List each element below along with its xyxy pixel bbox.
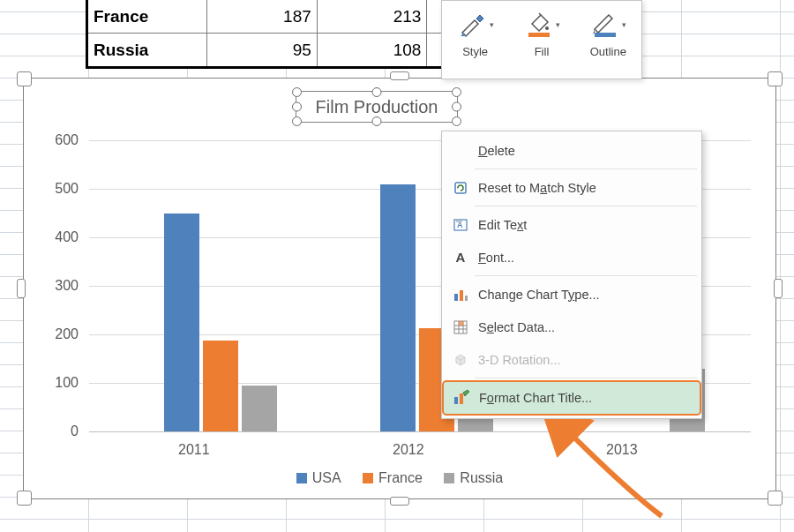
resize-handle[interactable]	[768, 71, 783, 86]
y-tick: 100	[55, 375, 79, 391]
legend-item-usa[interactable]: USA	[296, 470, 341, 486]
y-axis: 0 100 200 300 400 500 600	[45, 140, 86, 431]
cell-2012[interactable]: 108	[318, 34, 428, 66]
svg-point-0	[545, 26, 549, 30]
selection-handle[interactable]	[372, 116, 382, 126]
x-tick-label: 2011	[178, 442, 210, 458]
svg-rect-7	[454, 294, 458, 301]
style-button[interactable]: ▾ Style	[446, 6, 505, 58]
outline-label: Outline	[590, 45, 626, 58]
svg-rect-3	[455, 183, 466, 193]
resize-handle[interactable]	[768, 491, 783, 506]
menu-3d-rotation: 3-D Rotation...	[443, 343, 700, 376]
format-pane-icon	[447, 389, 476, 407]
menu-reset-match-style[interactable]: Reset to Match Style	[443, 171, 700, 204]
menu-delete[interactable]: Delete	[443, 134, 700, 167]
selection-handle[interactable]	[292, 102, 302, 112]
x-tick-label: 2013	[606, 442, 638, 458]
svg-rect-2	[595, 33, 616, 37]
bar-usa-2011[interactable]	[164, 214, 199, 432]
svg-rect-1	[528, 33, 550, 37]
chart-title[interactable]: Film Production	[296, 91, 458, 123]
paintbrush-icon: ▾	[457, 6, 494, 43]
font-letter-icon: A	[446, 250, 475, 265]
y-tick: 200	[55, 326, 79, 342]
resize-handle[interactable]	[17, 71, 32, 86]
bar-russia-2011[interactable]	[242, 386, 277, 431]
menu-change-chart-type[interactable]: Change Chart Type...	[443, 278, 700, 311]
selection-handle[interactable]	[292, 116, 302, 126]
cell-2011[interactable]: 187	[207, 0, 318, 33]
menu-font[interactable]: A Font...	[443, 241, 700, 273]
svg-rect-9	[465, 296, 468, 301]
selection-handle[interactable]	[292, 87, 302, 97]
y-tick: 600	[55, 132, 79, 148]
chart-title-text: Film Production	[316, 97, 438, 117]
y-tick: 300	[55, 278, 79, 294]
fill-label: Fill	[535, 45, 550, 58]
bar-france-2011[interactable]	[203, 341, 238, 431]
svg-rect-16	[454, 397, 458, 404]
selection-handle[interactable]	[452, 87, 461, 97]
pen-outline-icon: ▾	[589, 6, 626, 43]
svg-rect-8	[460, 290, 463, 301]
legend-item-france[interactable]: France	[363, 470, 423, 486]
legend-swatch-usa	[296, 473, 307, 483]
select-data-icon	[446, 319, 475, 335]
svg-rect-17	[460, 393, 463, 404]
reset-icon	[446, 180, 475, 196]
row-name[interactable]: Russia	[88, 34, 207, 66]
resize-handle[interactable]	[17, 279, 26, 298]
mini-toolbar: ▾ Style ▾ Fill ▾ Outline	[441, 0, 642, 79]
selection-handle[interactable]	[452, 116, 461, 126]
menu-edit-text[interactable]: A Edit Text	[443, 208, 700, 241]
x-tick-label: 2012	[393, 442, 424, 458]
resize-handle[interactable]	[390, 497, 409, 506]
cell-2011[interactable]: 95	[207, 34, 318, 66]
y-tick: 400	[55, 229, 79, 245]
legend-swatch-france	[363, 473, 373, 483]
y-tick: 0	[71, 423, 79, 439]
menu-select-data[interactable]: Select Data...	[443, 311, 700, 343]
selection-handle[interactable]	[372, 87, 382, 97]
selection-handle[interactable]	[452, 102, 461, 112]
legend-label: USA	[312, 470, 341, 486]
y-tick: 500	[55, 181, 79, 197]
cube-icon	[446, 352, 475, 368]
row-name[interactable]: France	[88, 0, 207, 33]
legend-label: France	[378, 470, 423, 486]
legend-item-russia[interactable]: Russia	[444, 470, 503, 486]
fill-button[interactable]: ▾ Fill	[513, 6, 571, 58]
bar-chart-icon	[446, 287, 475, 303]
style-label: Style	[462, 45, 488, 58]
outline-button[interactable]: ▾ Outline	[579, 6, 637, 58]
legend-label: Russia	[460, 470, 503, 486]
legend[interactable]: USA France Russia	[24, 470, 775, 487]
context-menu: Delete Reset to Match Style A Edit Text …	[441, 131, 702, 419]
cell-2012[interactable]: 213	[318, 0, 428, 33]
legend-swatch-russia	[444, 473, 454, 483]
resize-handle[interactable]	[390, 71, 409, 80]
text-box-icon: A	[446, 217, 475, 233]
resize-handle[interactable]	[774, 279, 783, 298]
bucket-icon: ▾	[523, 6, 560, 43]
menu-format-chart-title[interactable]: Format Chart Title...	[442, 380, 701, 416]
bar-usa-2012[interactable]	[380, 184, 416, 432]
resize-handle[interactable]	[17, 491, 32, 506]
svg-rect-15	[459, 321, 463, 326]
